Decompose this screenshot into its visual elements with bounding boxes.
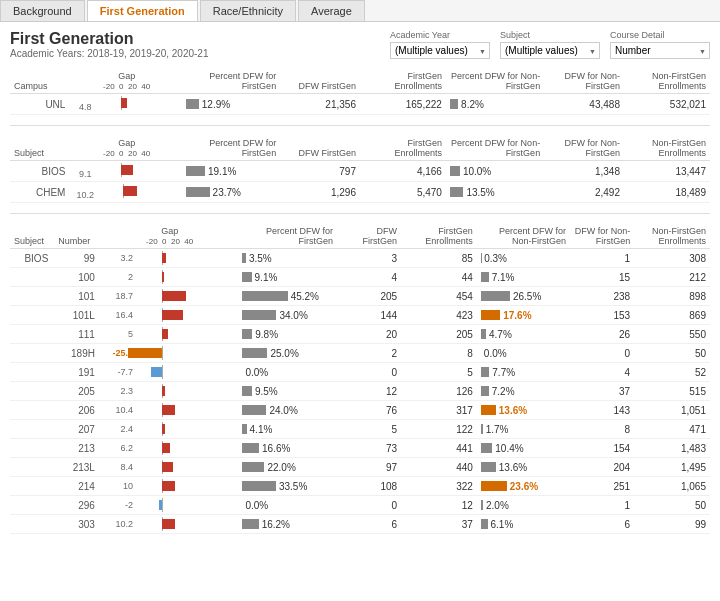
pct-dfw-nfg: 8.2% — [446, 94, 544, 115]
table-row: 101L 16.4 34.0% 144 423 17.6% 153 869 — [10, 306, 710, 325]
dfw-fg: 21,356 — [280, 94, 360, 115]
enr-nfg: 869 — [634, 306, 710, 325]
col-pct-nfg-3: Percent DFW for Non-FirstGen — [477, 224, 570, 249]
pct-dfw-fg: 34.0% — [238, 306, 337, 325]
course-detail-select-wrapper[interactable]: Number — [610, 42, 710, 59]
dfw-fg: 797 — [280, 161, 360, 182]
detail-table-section: Subject Number Gap-20 0 20 40 Percent DF… — [0, 218, 720, 540]
course-detail-select[interactable]: Number — [610, 42, 710, 59]
col-campus: Campus — [10, 69, 71, 94]
table-row: 101 18.7 45.2% 205 454 26.5% 238 898 — [10, 287, 710, 306]
enr-fg: 205 — [401, 325, 477, 344]
table-row: 214 10 33.5% 108 322 23.6% 251 1,065 — [10, 477, 710, 496]
dfw-nfg: 26 — [570, 325, 634, 344]
dfw-fg: 108 — [337, 477, 401, 496]
pct-dfw-nfg: 2.0% — [477, 496, 570, 515]
academic-year-select-wrapper[interactable]: (Multiple values) — [390, 42, 490, 59]
enr-nfg: 308 — [634, 249, 710, 268]
dfw-fg: 5 — [337, 420, 401, 439]
col-gap-1: Gap-20 0 20 40 — [71, 69, 182, 94]
number-label: 100 — [54, 268, 101, 287]
subject-label: BIOS — [10, 249, 54, 268]
pct-dfw-nfg: 0.3% — [477, 249, 570, 268]
detail-table: Subject Number Gap-20 0 20 40 Percent DF… — [10, 224, 710, 534]
number-label: 191 — [54, 363, 101, 382]
dfw-nfg: 43,488 — [544, 94, 624, 115]
enr-fg: 440 — [401, 458, 477, 477]
number-label: 189H — [54, 344, 101, 363]
tab-first-generation[interactable]: First Generation — [87, 0, 198, 21]
academic-year-select[interactable]: (Multiple values) — [390, 42, 490, 59]
filter-course-detail: Course Detail Number — [610, 30, 710, 59]
pct-dfw-nfg: 4.7% — [477, 325, 570, 344]
pct-dfw-fg: 16.6% — [238, 439, 337, 458]
enr-nfg: 1,051 — [634, 401, 710, 420]
table-row: 213 6.2 16.6% 73 441 10.4% 154 1,483 — [10, 439, 710, 458]
pct-dfw-fg: 9.1% — [238, 268, 337, 287]
subject-table-section: Subject Gap-20 0 20 40 Percent DFW for F… — [0, 130, 720, 209]
pct-dfw-fg: 9.5% — [238, 382, 337, 401]
gap-cell: 16.4 — [101, 306, 239, 325]
number-label: 213L — [54, 458, 101, 477]
campus-table-section: Campus Gap-20 0 20 40 Percent DFW for Fi… — [0, 63, 720, 121]
enr-nfg: 18,489 — [624, 182, 710, 203]
gap-cell: -7.7 — [101, 363, 239, 382]
pct-dfw-fg: 4.1% — [238, 420, 337, 439]
col-dfw-nfg-1: DFW for Non-FirstGen — [544, 69, 624, 94]
dfw-nfg: 2,492 — [544, 182, 624, 203]
dfw-fg: 20 — [337, 325, 401, 344]
pct-dfw-fg: 24.0% — [238, 401, 337, 420]
dfw-nfg: 37 — [570, 382, 634, 401]
gap-cell: 10 — [101, 477, 239, 496]
table-row: 100 2 9.1% 4 44 7.1% 15 212 — [10, 268, 710, 287]
dfw-nfg: 238 — [570, 287, 634, 306]
gap-cell: 3.2 — [101, 249, 239, 268]
enr-fg: 37 — [401, 515, 477, 534]
enr-fg: 165,222 — [360, 94, 446, 115]
enr-fg: 44 — [401, 268, 477, 287]
enr-nfg: 50 — [634, 496, 710, 515]
pct-dfw-nfg: 13.6% — [477, 401, 570, 420]
pct-dfw-fg: 9.8% — [238, 325, 337, 344]
subject-label — [10, 477, 54, 496]
filters-area: Academic Year (Multiple values) Subject … — [390, 30, 710, 59]
subject-label — [10, 496, 54, 515]
table-row: 189H -25.0 25.0% 2 8 0.0% 0 50 — [10, 344, 710, 363]
pct-dfw-fg: 22.0% — [238, 458, 337, 477]
pct-dfw-fg: 0.0% — [238, 496, 337, 515]
enr-nfg: 515 — [634, 382, 710, 401]
subject-select-wrapper[interactable]: (Multiple values) — [500, 42, 600, 59]
enr-nfg: 13,447 — [624, 161, 710, 182]
col-enr-fg-1: FirstGen Enrollments — [360, 69, 446, 94]
col-dfw-nfg-2: DFW for Non-FirstGen — [544, 136, 624, 161]
enr-nfg: 1,495 — [634, 458, 710, 477]
gap-cell: -25.0 — [101, 344, 239, 363]
col-enr-nfg-2: Non-FirstGen Enrollments — [624, 136, 710, 161]
col-enr-fg-3: FirstGen Enrollments — [401, 224, 477, 249]
number-label: 101 — [54, 287, 101, 306]
page-title: First Generation — [10, 30, 208, 48]
pct-dfw-nfg: 1.7% — [477, 420, 570, 439]
gap-cell: -2 — [101, 496, 239, 515]
dfw-nfg: 6 — [570, 515, 634, 534]
filter-subject: Subject (Multiple values) — [500, 30, 600, 59]
gap-cell: 10.4 — [101, 401, 239, 420]
header-area: First Generation Academic Years: 2018-19… — [0, 22, 720, 63]
col-gap-2: Gap-20 0 20 40 — [71, 136, 182, 161]
tab-background[interactable]: Background — [0, 0, 85, 21]
enr-fg: 317 — [401, 401, 477, 420]
gap-cell: 5 — [101, 325, 239, 344]
subject-label: BIOS — [10, 161, 71, 182]
tab-average[interactable]: Average — [298, 0, 365, 21]
enr-fg: 4,166 — [360, 161, 446, 182]
tab-race-ethnicity[interactable]: Race/Ethnicity — [200, 0, 296, 21]
col-dfw-nfg-3: DFW for Non-FirstGen — [570, 224, 634, 249]
number-label: 213 — [54, 439, 101, 458]
dfw-fg: 205 — [337, 287, 401, 306]
pct-dfw-nfg: 17.6% — [477, 306, 570, 325]
subject-select[interactable]: (Multiple values) — [500, 42, 600, 59]
dfw-nfg: 1,348 — [544, 161, 624, 182]
dfw-fg: 144 — [337, 306, 401, 325]
enr-nfg: 471 — [634, 420, 710, 439]
pct-dfw-nfg: 13.5% — [446, 182, 544, 203]
